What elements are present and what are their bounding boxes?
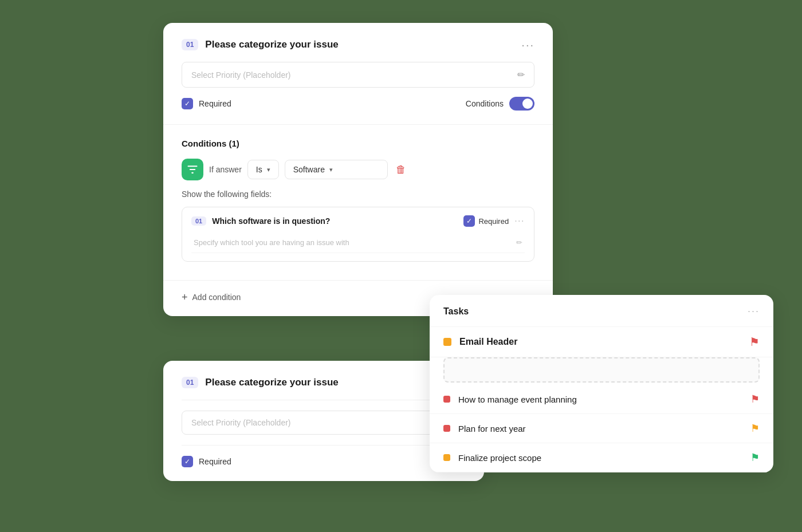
nested-field-title: Which software is in question?: [212, 216, 458, 226]
add-condition-label: Add condition: [192, 293, 241, 302]
filter-icon: [187, 164, 198, 175]
condition-icon: [182, 159, 203, 180]
step-badge: 01: [182, 39, 198, 50]
secondary-required-checkbox[interactable]: ✓: [182, 456, 193, 467]
drop-zone[interactable]: [443, 357, 760, 383]
required-label: Required: [199, 99, 231, 108]
task-dot-red-2: [443, 425, 450, 432]
secondary-step-badge: 01: [182, 377, 198, 388]
add-condition-button[interactable]: + Add condition: [182, 292, 241, 302]
task-flag-red-icon: ⚑: [750, 393, 760, 405]
nested-required-label: Required: [478, 217, 509, 226]
priority-placeholder: Select Priority (Placeholder): [191, 70, 291, 80]
secondary-priority-select[interactable]: Select Priority (Placeholder): [182, 411, 466, 435]
nested-edit-icon: ✏: [516, 238, 522, 247]
section-title-group: 01 Please categorize your issue: [182, 39, 339, 50]
secondary-check-icon: ✓: [184, 458, 190, 466]
section-title: Please categorize your issue: [205, 39, 338, 50]
secondary-divider: [182, 400, 466, 400]
plus-icon: +: [182, 292, 188, 302]
task-flag-yellow-icon: ⚑: [750, 422, 760, 435]
if-answer-text: If answer: [209, 165, 242, 174]
secondary-required-label: Required: [199, 457, 231, 466]
email-header-flag-icon: ⚑: [749, 335, 760, 349]
conditions-section: Conditions (1) If answer Is ▾ Software ▾: [163, 125, 553, 281]
tasks-title: Tasks: [443, 306, 469, 317]
toggle-knob: [522, 98, 533, 109]
delete-condition-button[interactable]: 🗑: [394, 161, 408, 178]
is-label: Is: [256, 165, 262, 174]
is-chevron-icon: ▾: [267, 166, 270, 174]
section-1: 01 Please categorize your issue ··· Sele…: [163, 23, 553, 125]
software-dropdown[interactable]: Software ▾: [285, 160, 388, 179]
section-more-button[interactable]: ···: [521, 39, 534, 50]
secondary-priority-placeholder: Select Priority (Placeholder): [191, 418, 291, 427]
required-group: ✓ Required: [182, 98, 231, 109]
secondary-title-group: 01 Please categorize your issue: [182, 377, 339, 388]
nested-field-header: 01 Which software is in question? ✓ Requ…: [191, 215, 525, 227]
nested-placeholder-text: Specify which tool you are having an iss…: [194, 238, 349, 247]
nested-check-icon: ✓: [466, 217, 472, 225]
nested-field: 01 Which software is in question? ✓ Requ…: [182, 207, 534, 262]
task-label-3: Finalize project scope: [458, 453, 742, 463]
secondary-section-title: Please categorize your issue: [205, 377, 338, 388]
main-wrapper: 01 Please categorize your issue ··· Sele…: [0, 0, 802, 532]
software-label: Software: [293, 165, 325, 174]
task-label-1: How to manage event planning: [458, 395, 742, 404]
priority-select[interactable]: Select Priority (Placeholder) ✏: [182, 62, 534, 88]
software-chevron-icon: ▾: [329, 166, 333, 174]
conditions-label: Conditions: [466, 99, 504, 108]
tasks-more-button[interactable]: ···: [748, 305, 760, 317]
email-dot: [443, 338, 451, 346]
secondary-section-header: 01 Please categorize your issue: [182, 377, 466, 388]
section-header: 01 Please categorize your issue ···: [182, 39, 534, 50]
required-checkbox[interactable]: ✓: [182, 98, 193, 109]
conditions-group: Conditions: [466, 97, 534, 111]
secondary-divider-2: [182, 445, 466, 446]
nested-required-checkbox[interactable]: ✓: [463, 215, 475, 227]
tasks-card: Tasks ··· Email Header ⚑ How to manage e…: [430, 295, 773, 472]
nested-step-badge: 01: [191, 216, 206, 226]
secondary-required-group: ✓ Required: [182, 456, 466, 467]
field-row: ✓ Required Conditions: [182, 97, 534, 111]
tasks-header: Tasks ···: [430, 295, 773, 327]
email-header-row: Email Header ⚑: [430, 327, 773, 357]
edit-icon: ✏: [517, 69, 525, 80]
nested-more-button[interactable]: ···: [514, 216, 525, 226]
task-dot-yellow-3: [443, 454, 450, 461]
check-icon: ✓: [184, 100, 190, 108]
is-dropdown[interactable]: Is ▾: [247, 160, 279, 179]
primary-card: 01 Please categorize your issue ··· Sele…: [163, 23, 553, 316]
show-fields-label: Show the following fields:: [182, 190, 534, 199]
condition-row: If answer Is ▾ Software ▾ 🗑: [182, 159, 534, 180]
email-header-title: Email Header: [459, 337, 749, 347]
delete-icon: 🗑: [396, 164, 406, 175]
nested-placeholder-row: Specify which tool you are having an iss…: [191, 234, 525, 253]
task-row-1[interactable]: How to manage event planning ⚑: [430, 385, 773, 414]
task-row-2[interactable]: Plan for next year ⚑: [430, 414, 773, 443]
task-flag-green-icon: ⚑: [750, 451, 760, 464]
nested-required-group: ✓ Required: [463, 215, 509, 227]
conditions-toggle[interactable]: [509, 97, 534, 111]
task-label-2: Plan for next year: [458, 424, 742, 434]
task-dot-red-1: [443, 396, 450, 403]
conditions-title: Conditions (1): [182, 139, 534, 148]
task-row-3[interactable]: Finalize project scope ⚑: [430, 443, 773, 472]
